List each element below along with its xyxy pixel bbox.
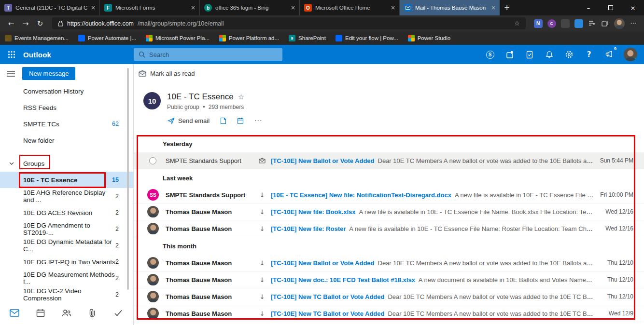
browser-tab-office[interactable]: O Microsoft Office Home × [300,0,400,15]
settings-gear-icon[interactable] [564,50,574,59]
mark-all-read-button[interactable]: Mark all as read [150,70,195,77]
folder-smpte-tcs[interactable]: SMPTE TCs 62 [0,116,133,132]
sender-photo-avatar[interactable] [147,274,159,285]
email-row[interactable]: Thomas Bause Mason ↓ [TC-10E] New TC Bal… [134,288,644,305]
group-item-aces-revision[interactable]: 10E DG ACES Revision 2 [0,204,133,221]
bookmark-events[interactable]: Events Managemen... [5,35,69,41]
presence-indicator [633,57,637,61]
tab-close-icon[interactable]: × [491,4,496,11]
my-day-icon[interactable] [505,50,515,59]
chevron-down-icon[interactable] [0,162,23,165]
bookmark-power-studio[interactable]: Power Studio [408,35,450,41]
tab-close-icon[interactable]: × [91,4,96,11]
group-item-vc2-compression[interactable]: 10E DG VC-2 Video Compression 2 [0,286,133,303]
refresh-button[interactable]: ↻ [34,18,46,29]
extension-circle-icon[interactable]: c [547,19,556,28]
sender-photo-avatar[interactable] [147,308,159,319]
folder-conversation-history[interactable]: Conversation History [0,83,133,99]
profile-avatar[interactable] [624,48,637,61]
groups-section-header[interactable]: Groups [0,155,133,172]
maximize-button[interactable] [600,0,622,15]
power-automate-icon [336,35,342,41]
bookmark-sharepoint[interactable]: sSharePoint [289,35,326,41]
bookmark-edit-flow[interactable]: Edit your flow | Pow... [336,35,398,41]
collections-icon[interactable] [602,20,608,27]
email-subject: [TC-10E] New TC Ballot or Vote Added [271,293,384,300]
help-icon[interactable]: ? [584,50,594,59]
sidebar-scrollbar[interactable] [127,68,129,290]
mail-module-icon[interactable] [9,307,20,319]
group-item-measurement-methods[interactable]: 10E DG Measurement Methods f... 2 [0,270,133,286]
sender-photo-avatar[interactable] [147,223,159,234]
folder-rss-feeds[interactable]: RSS Feeds [0,99,133,116]
search-box[interactable] [134,48,282,61]
email-preview: A new file is available in 10E - TC Esse… [359,208,594,216]
skype-icon[interactable]: S [485,50,495,59]
people-module-icon[interactable] [61,307,72,319]
send-email-button[interactable]: Send email [168,117,210,124]
group-item-ipt-pq[interactable]: 10E DG IPT-PQ in Two Variants 2 [0,254,133,270]
browser-tab-mail-active[interactable]: Mail - Thomas Bause Mason - O × [400,0,500,15]
bookmark-power-platform-1[interactable]: Microsoft Power Pla... [146,35,210,41]
app-launcher-waffle-icon[interactable] [0,45,23,64]
email-sender: SMPTE Standards Support [166,157,253,164]
email-row[interactable]: Thomas Bause Mason ↓ [TC-10E] New file: … [134,220,644,237]
browser-more-icon[interactable]: ··· [630,20,636,27]
new-message-button[interactable]: New message [22,67,75,80]
favorite-star-icon[interactable]: ☆ [238,93,244,101]
sender-photo-avatar[interactable] [147,206,159,217]
bookmark-power-platform-2[interactable]: Power Platform ad... [219,35,279,41]
tasks-check-icon[interactable] [112,307,124,319]
read-selection-circle[interactable] [149,157,156,164]
group-item-amendment[interactable]: 10E DG Amendment to ST2019-... 2 [0,221,133,237]
search-input[interactable] [149,51,278,58]
group-members[interactable]: 293 members [209,104,244,110]
outlook-favicon-icon [404,4,412,12]
folder-new-folder[interactable]: New folder [0,132,133,149]
bookmark-power-automate[interactable]: Power Automate |... [78,35,136,41]
whats-new-megaphone-icon[interactable]: 9 [604,50,614,59]
tab-close-icon[interactable]: × [291,4,295,11]
browser-tab-forms[interactable]: F Microsoft Forms × [100,0,200,15]
forward-button[interactable]: → [19,18,32,29]
extension-onenote-icon[interactable]: N [534,19,543,28]
new-tab-button[interactable]: + [500,0,514,15]
email-row[interactable]: SMPTE Standards Support [TC-10E] New Bal… [134,152,644,169]
sender-photo-avatar[interactable] [147,291,159,302]
browser-profile-avatar[interactable] [614,18,625,29]
group-files-button[interactable] [220,117,226,124]
tasks-icon[interactable] [525,50,534,59]
close-window-button[interactable]: × [622,0,644,15]
email-row[interactable]: Thomas Bause Mason ↓ [TC-10E] New file: … [134,203,644,220]
whats-new-badge: 9 [614,46,616,51]
browser-tab-teams[interactable]: T General (21DC - TC Digital Cinem × [0,0,100,15]
group-more-button[interactable]: ··· [254,117,262,124]
extension-share-icon[interactable] [574,19,583,28]
section-header-this-month: This month [134,237,644,255]
email-row[interactable]: SS SMPTE Standards Support ↓ [10E - TC E… [134,187,644,203]
email-row[interactable]: Thomas Bause Mason ↓ [TC-10E] New doc.: … [134,271,644,288]
group-calendar-button[interactable] [237,117,244,124]
sender-initials-avatar[interactable]: SS [147,189,159,201]
email-content: [TC-10E] New Ballot or Vote AddedDear 10… [271,157,594,164]
sender-photo-avatar[interactable] [147,257,159,269]
back-button[interactable]: ← [5,18,17,29]
notifications-bell-icon[interactable] [545,50,554,59]
bing-favicon-icon: b [204,4,212,12]
calendar-module-icon[interactable] [35,307,46,319]
email-row[interactable]: Thomas Bause Mason ↓ [TC-10E] New Ballot… [134,255,644,271]
files-paperclip-icon[interactable] [86,307,98,319]
group-item-10e-tc-essence[interactable]: 10E - TC Essence 15 [0,172,133,188]
tab-close-icon[interactable]: × [191,4,196,11]
hamburger-menu-icon[interactable] [0,71,22,77]
browser-tab-bing[interactable]: b office 365 login - Bing × [200,0,300,15]
email-row[interactable]: Thomas Bause Mason ↓ [TC-10E] New TC Bal… [134,305,644,322]
minimize-button[interactable]: – [577,0,600,15]
extension-disabled-icon[interactable] [561,19,570,28]
tab-close-icon[interactable]: × [391,4,395,11]
group-item-10e-ahg[interactable]: 10E AHG Reference Display and ... 2 [0,188,133,204]
group-item-dynamic-metadata[interactable]: 10E DG Dynamic Metadata for C... 2 [0,237,133,254]
favorites-star-icon[interactable]: ☆ [514,20,520,27]
reading-list-icon[interactable] [588,20,596,27]
url-field[interactable]: https://outlook.office.com/mail/group/sm… [52,17,526,29]
